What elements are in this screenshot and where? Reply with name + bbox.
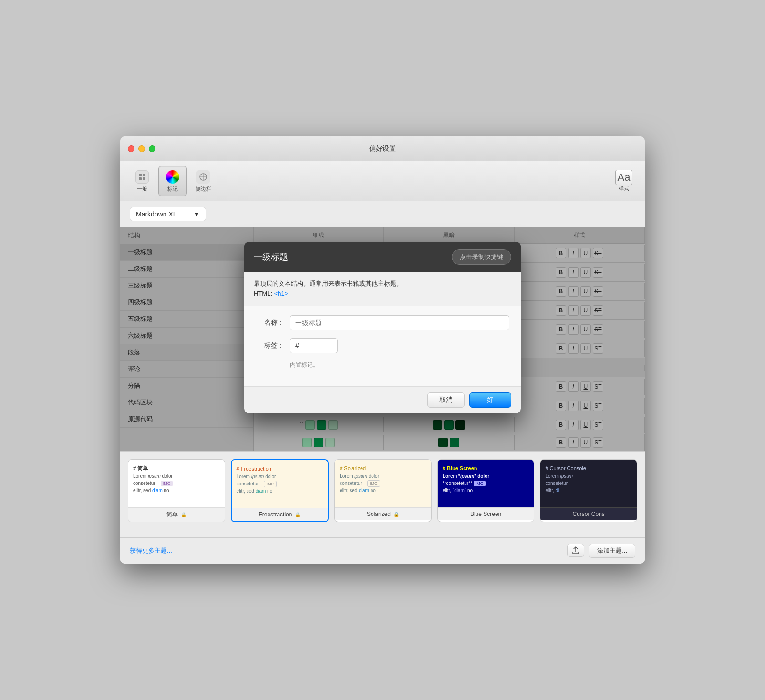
theme-solar-line3: elitr, sed diam no — [340, 487, 426, 494]
theme-solarized[interactable]: # Solarized Lorem ipsum dolor consetetur… — [334, 459, 432, 522]
sidebar-btn-label: 侧边栏 — [196, 185, 211, 193]
theme-blue-label: Blue Screen — [438, 507, 534, 520]
theme-free-heading: # Freestraction — [237, 465, 323, 473]
modal-description: 最顶层的文本结构。通常用来表示书籍或其他主标题。 HTML: <h1> — [244, 272, 521, 306]
modal-dialog: 一级标题 点击录制快捷键 最顶层的文本结构。通常用来表示书籍或其他主标题。 HT… — [244, 242, 521, 413]
main-table-area: 结构 一级标题 二级标题 三级标题 四级标题 五级标题 六级标题 — [120, 227, 645, 451]
general-btn-label: 一般 — [137, 185, 147, 193]
theme-cursor-preview: # Cursor Console Lorem ipsum consetetur … — [540, 460, 637, 507]
share-button[interactable] — [567, 544, 584, 557]
content-area: Markdown XL ▼ 结构 一级标题 二级标题 三级标题 — [120, 201, 645, 564]
theme-cursor[interactable]: # Cursor Console Lorem ipsum consetetur … — [540, 459, 637, 522]
theme-simple-preview: # 简单 Lorem ipsum dolor consetetur IMG el… — [128, 460, 225, 507]
theme-simple-line2: consetetur IMG — [133, 480, 220, 487]
theme-free-line2: consetetur IMG — [237, 480, 323, 488]
theme-cursor-line3: elitr, di — [545, 487, 632, 494]
theme-blue-preview: # Blue Screen Lorem *ipsum* dolor **cons… — [438, 460, 534, 507]
style-icon: Aa — [616, 170, 631, 185]
titlebar: 偏好设置 — [120, 136, 645, 161]
chevron-down-icon: ▼ — [193, 210, 200, 218]
theme-free-label: Freestraction 🔒 — [232, 508, 328, 521]
general-icon-svg — [138, 173, 146, 181]
tag-input[interactable] — [290, 338, 338, 353]
theme-solar-heading: # Solarized — [340, 464, 426, 473]
modal-title: 一级标题 — [254, 251, 288, 263]
lock-icon-free: 🔒 — [295, 512, 300, 517]
builtin-note: 内置标记。 — [290, 361, 319, 369]
theme-cursor-label: Cursor Cons — [540, 507, 637, 520]
markup-icon-shape — [166, 170, 179, 184]
theme-cursor-heading: # Cursor Console — [545, 464, 632, 473]
theme-cursor-line2: consetetur — [545, 480, 632, 487]
modal-footer: 取消 好 — [244, 386, 521, 413]
theme-free-line1: Lorem ipsum dolor — [237, 473, 323, 480]
theme-solar-line1: Lorem ipsum dolor — [340, 473, 426, 480]
svg-rect-1 — [143, 174, 145, 176]
toolbar-sidebar-btn[interactable]: 侧边栏 — [189, 166, 217, 196]
themes-grid: # 简单 Lorem ipsum dolor consetetur IMG el… — [128, 459, 637, 522]
theme-blue-line1: Lorem *ipsum* dolor — [443, 473, 529, 480]
modal-body: 名称： 标签： 内置标记。 — [244, 306, 521, 386]
svg-rect-0 — [139, 174, 142, 176]
tag-label: 标签： — [256, 341, 284, 350]
markup-btn-label: 标记 — [167, 185, 178, 193]
theme-free-line3: elitr, sed diam no — [237, 487, 323, 494]
sidebar-icon-wrap — [196, 169, 211, 185]
window-title: 偏好设置 — [369, 144, 396, 153]
add-theme-button[interactable]: 添加主题... — [589, 544, 635, 558]
name-label: 名称： — [256, 319, 284, 327]
main-window: 偏好设置 一般 标记 — [120, 136, 645, 564]
maximize-button[interactable] — [149, 145, 155, 152]
sidebar-icon-shape — [196, 170, 210, 184]
minimize-button[interactable] — [138, 145, 145, 152]
traffic-lights — [128, 145, 155, 152]
theme-free-preview: # Freestraction Lorem ipsum dolor conset… — [232, 460, 328, 508]
bottom-actions: 添加主题... — [567, 544, 635, 558]
theme-blue-line2: **consetetur** IMG — [443, 480, 529, 487]
markdown-selector[interactable]: Markdown XL ▼ — [130, 207, 206, 221]
lock-icon-simple: 🔒 — [181, 512, 186, 517]
form-row-tag: 标签： — [256, 338, 509, 353]
markup-icon — [165, 169, 180, 185]
theme-blue-heading: # Blue Screen — [443, 464, 529, 473]
modal-html-line: HTML: <h1> — [254, 289, 511, 299]
modal-header: 一级标题 点击录制快捷键 — [244, 242, 521, 272]
style-icon-aa: Aa — [615, 170, 633, 185]
toolbar-general-btn[interactable]: 一般 — [128, 166, 156, 196]
theme-simple-heading: # 简单 — [133, 464, 220, 473]
modal-html-tag: <h1> — [274, 290, 289, 297]
markdown-selector-label: Markdown XL — [136, 210, 177, 218]
bottom-bar: 获得更多主题... 添加主题... — [120, 537, 645, 564]
theme-simple-line1: Lorem ipsum dolor — [133, 473, 220, 480]
content-header: Markdown XL ▼ — [120, 201, 645, 227]
toolbar-style-btn[interactable]: Aa 样式 — [610, 167, 637, 195]
theme-bluescreen[interactable]: # Blue Screen Lorem *ipsum* dolor **cons… — [437, 459, 535, 522]
theme-blue-line3: elitr, `diam` no — [443, 487, 529, 494]
modal-html-label: HTML: — [254, 290, 272, 297]
form-row-name: 名称： — [256, 315, 509, 330]
ok-button[interactable]: 好 — [469, 392, 511, 408]
theme-simple-line3: elitr, sed diam no — [133, 487, 220, 494]
general-icon — [134, 169, 150, 185]
general-icon-shape — [135, 170, 149, 184]
themes-area: # 简单 Lorem ipsum dolor consetetur IMG el… — [120, 451, 645, 537]
record-shortcut-button[interactable]: 点击录制快捷键 — [452, 249, 511, 265]
share-icon — [572, 546, 579, 554]
theme-simple-label: 简单 🔒 — [128, 507, 225, 522]
modal-desc-line1: 最顶层的文本结构。通常用来表示书籍或其他主标题。 — [254, 279, 511, 289]
theme-freestraction[interactable]: # Freestraction Lorem ipsum dolor conset… — [231, 459, 329, 522]
get-themes-link[interactable]: 获得更多主题... — [130, 546, 172, 555]
toolbar: 一般 标记 侧边栏 Aa 样 — [120, 161, 645, 201]
theme-cursor-line1: Lorem ipsum — [545, 473, 632, 480]
close-button[interactable] — [128, 145, 134, 152]
toolbar-markup-btn[interactable]: 标记 — [158, 166, 187, 196]
theme-simple[interactable]: # 简单 Lorem ipsum dolor consetetur IMG el… — [128, 459, 225, 522]
lock-icon-solar: 🔒 — [393, 512, 399, 517]
modal-overlay: 一级标题 点击录制快捷键 最顶层的文本结构。通常用来表示书籍或其他主标题。 HT… — [120, 227, 645, 451]
theme-solar-line2: consetetur IMG — [340, 480, 426, 487]
theme-solar-label: Solarized 🔒 — [335, 507, 431, 520]
cancel-button[interactable]: 取消 — [427, 392, 465, 408]
sidebar-icon-svg — [199, 173, 207, 181]
name-input[interactable] — [290, 315, 509, 330]
style-btn-label: 样式 — [619, 185, 629, 192]
